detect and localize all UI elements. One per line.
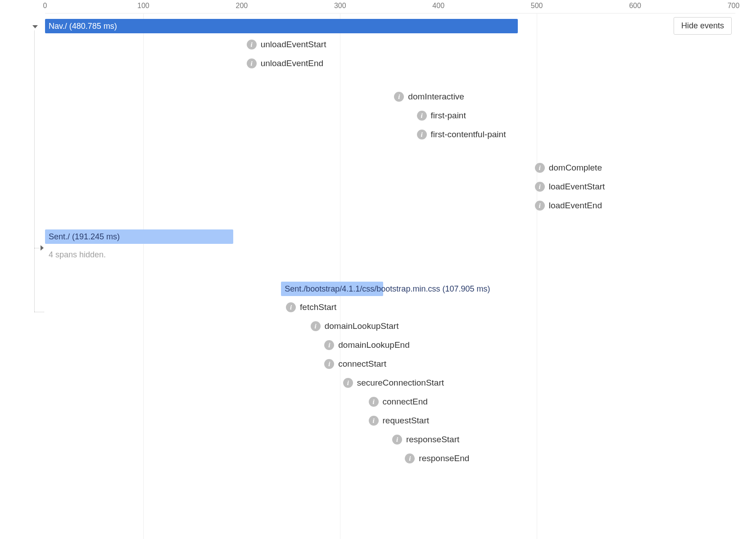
tree-gutter	[32, 17, 45, 539]
tree-connector-vertical	[34, 31, 35, 312]
info-icon[interactable]: i	[535, 182, 545, 192]
event-row: ifetchStart	[45, 298, 733, 317]
info-icon[interactable]: i	[311, 321, 321, 331]
info-icon[interactable]: i	[405, 454, 415, 463]
event-label: domainLookupEnd	[338, 340, 409, 350]
tree-connector-horizontal	[34, 312, 44, 312]
event-row: idomComplete	[45, 158, 733, 177]
timeline-plot: 0100200300400500600700 Hide events Nav./…	[45, 4, 733, 539]
event-label: fetchStart	[300, 302, 336, 312]
event-label: connectStart	[338, 359, 386, 369]
event-label: loadEventStart	[549, 182, 605, 192]
info-icon[interactable]: i	[343, 378, 353, 388]
event-row: iloadEventStart	[45, 177, 733, 196]
span-bar-nav[interactable]: Nav./ (480.785 ms)	[45, 19, 518, 33]
info-icon[interactable]: i	[324, 340, 334, 350]
info-icon[interactable]: i	[417, 130, 427, 139]
info-icon[interactable]: i	[535, 163, 545, 173]
axis-tick: 500	[531, 2, 543, 10]
event-label: responseEnd	[419, 454, 469, 463]
axis-tick: 0	[43, 2, 47, 10]
event-label: loadEventEnd	[549, 201, 602, 211]
span-bar-label: Sent./ (191.245 ms)	[49, 232, 120, 241]
event-label: requestStart	[383, 416, 430, 426]
event-row: iconnectStart	[45, 355, 733, 373]
axis-tick: 400	[432, 2, 444, 10]
span-bar-sent[interactable]: Sent./ (191.245 ms)	[45, 229, 233, 244]
info-icon[interactable]: i	[535, 201, 545, 211]
info-icon[interactable]: i	[394, 92, 404, 102]
event-label: connectEnd	[383, 397, 428, 407]
axis-tick: 300	[334, 2, 346, 10]
event-row: idomainLookupStart	[45, 317, 733, 336]
span-row-bootstrap: Sent./bootstrap/4.1.1/css/bootstrap.min.…	[45, 280, 733, 298]
info-icon[interactable]: i	[392, 435, 402, 445]
event-row: iresponseEnd	[45, 449, 733, 468]
caret-right-icon[interactable]	[41, 245, 44, 251]
span-bar-label: Sent./bootstrap/4.1.1/css/bootstrap.min.…	[281, 284, 490, 293]
info-icon[interactable]: i	[417, 111, 427, 121]
info-icon[interactable]: i	[247, 58, 257, 68]
event-row: iresponseStart	[45, 430, 733, 449]
span-bar-bootstrap[interactable]: Sent./bootstrap/4.1.1/css/bootstrap.min.…	[281, 282, 383, 296]
event-label: unloadEventEnd	[261, 58, 323, 68]
info-icon[interactable]: i	[324, 359, 334, 369]
caret-down-icon[interactable]	[32, 25, 38, 28]
event-row: ifirst-paint	[45, 106, 733, 125]
axis-tick: 700	[728, 2, 740, 10]
hidden-spans-note: 4 spans hidden.	[45, 246, 733, 264]
event-row: iconnectEnd	[45, 392, 733, 411]
info-icon[interactable]: i	[286, 302, 296, 312]
tree-connector-horizontal	[34, 248, 40, 248]
axis-tick: 200	[235, 2, 248, 10]
event-row: ifirst-contentful-paint	[45, 125, 733, 144]
span-row-sent: Sent./ (191.245 ms)	[45, 228, 733, 246]
event-label: unloadEventStart	[261, 40, 326, 49]
span-row-nav: Nav./ (480.785 ms)	[45, 17, 733, 35]
event-label: domComplete	[549, 163, 602, 173]
event-label: domInteractive	[408, 92, 464, 102]
x-axis-line	[45, 13, 735, 13]
event-label: domainLookupStart	[325, 321, 399, 331]
event-label: secureConnectionStart	[357, 378, 444, 388]
span-bar-label: Nav./ (480.785 ms)	[49, 22, 117, 31]
event-row: idomainLookupEnd	[45, 336, 733, 355]
event-label: first-paint	[431, 111, 466, 121]
event-label: first-contentful-paint	[431, 130, 506, 139]
axis-tick: 100	[137, 2, 149, 10]
spans-area: Nav./ (480.785 ms) iunloadEventStartiunl…	[45, 17, 733, 539]
event-row: irequestStart	[45, 411, 733, 430]
event-row: isecureConnectionStart	[45, 373, 733, 392]
event-row: iunloadEventStart	[45, 35, 733, 54]
axis-tick: 600	[629, 2, 641, 10]
info-icon[interactable]: i	[369, 416, 379, 426]
info-icon[interactable]: i	[247, 40, 257, 49]
info-icon[interactable]: i	[369, 397, 379, 407]
event-label: responseStart	[406, 435, 459, 445]
event-row: idomInteractive	[45, 87, 733, 106]
event-row: iunloadEventEnd	[45, 54, 733, 73]
event-row: iloadEventEnd	[45, 196, 733, 215]
